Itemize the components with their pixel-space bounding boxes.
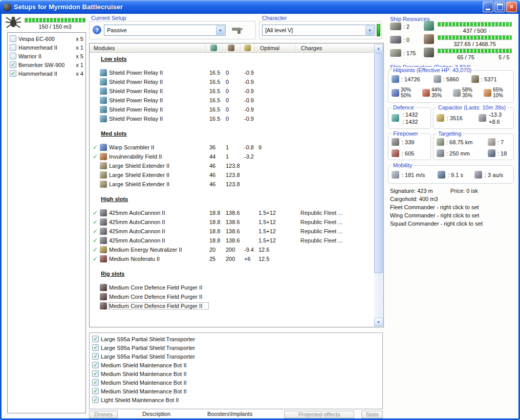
cpu-column-header[interactable] xyxy=(205,43,222,52)
effect-item[interactable]: ✓Medium Shield Maintenance Bot II xyxy=(91,369,381,378)
module-row[interactable]: Large Shield Extender II46123.8 xyxy=(90,161,375,170)
character-skill-indicator xyxy=(377,24,380,36)
effect-checkbox[interactable]: ✓ xyxy=(92,353,99,360)
thermal-resist-cell: 44%35% xyxy=(422,87,442,98)
maximize-button[interactable] xyxy=(494,2,505,12)
scrollbar-thumb[interactable] xyxy=(374,53,383,273)
cpu-bar xyxy=(438,22,512,27)
explosive-shield-resist: 65% xyxy=(493,87,503,93)
effect-checkbox[interactable]: ✓ xyxy=(92,344,99,351)
em-resist-cell: 30%50% xyxy=(392,87,411,98)
module-icon xyxy=(100,162,107,169)
character-label: Character xyxy=(262,15,287,21)
wing-commander-line[interactable]: Wing Commander - right click to set xyxy=(390,212,479,218)
module-name: Shield Power Relay II xyxy=(109,116,208,122)
close-button[interactable] xyxy=(506,2,517,12)
calibration-value: : 175 xyxy=(403,50,416,56)
module-row[interactable]: Large Shield Extender II46123.8 xyxy=(90,170,375,180)
tab-boosters-implants[interactable]: Boosters\Implants xyxy=(207,411,252,418)
drone-checkbox[interactable]: ✓ xyxy=(10,70,16,77)
effect-item[interactable]: ✓Large S95a Partial Shield Transporter xyxy=(91,352,381,361)
drone-list-item[interactable]: Hammerhead IIx 1 xyxy=(8,43,85,52)
modules-column-header[interactable]: Modules xyxy=(90,45,205,51)
module-row[interactable]: Shield Power Relay II16.50-0.9 xyxy=(90,96,375,105)
module-cpu-value: 46 xyxy=(208,172,225,178)
module-row[interactable]: ✓425mm AutoCannon II18.8138.61.5+12Repub… xyxy=(90,227,375,236)
squad-commander-line[interactable]: Squad Commander - right click to set xyxy=(390,220,483,227)
setup-select[interactable]: Passive xyxy=(104,25,226,36)
module-row[interactable]: Shield Power Relay II16.50-0.9 xyxy=(90,77,375,86)
volley-value: : 339 xyxy=(402,139,414,145)
module-row[interactable]: ✓425mm AutoCannon II18.8138.61.5+12Repub… xyxy=(90,217,375,227)
module-row[interactable]: ✓425mm AutoCannon II18.8138.61.5+12Repub… xyxy=(90,208,375,217)
fleet-commander-line[interactable]: Fleet Commander - right click to set xyxy=(390,204,479,210)
module-row[interactable]: Medium Core Defence Field Purger II xyxy=(90,301,375,311)
dps-icon xyxy=(392,149,399,157)
setup-tools-icon[interactable] xyxy=(231,25,244,35)
effect-item[interactable]: ✓Medium Shield Maintenance Bot II xyxy=(91,378,381,387)
optimal-column-header[interactable]: Optimal xyxy=(254,43,295,52)
drone-list-item[interactable]: ✓Berserker SW-900x 1 xyxy=(8,60,85,69)
module-row[interactable]: Shield Power Relay II16.50-0.9 xyxy=(90,68,375,77)
drone-list[interactable]: Vespa EC-600x 5Hammerhead IIx 1Warrior I… xyxy=(7,32,86,413)
help-button[interactable]: ? xyxy=(93,26,101,34)
kinetic-armor-resist: 35% xyxy=(462,93,472,98)
tab-projected-effects[interactable]: Projected effects xyxy=(284,411,354,418)
module-row[interactable]: Shield Power Relay II16.50-0.9 xyxy=(90,105,375,114)
module-row[interactable]: Large Shield Extender II46123.8 xyxy=(90,180,375,189)
effect-item[interactable]: ✓Large S95a Partial Shield Transporter xyxy=(91,343,381,352)
em-armor-resist: 50% xyxy=(401,93,411,98)
module-icon xyxy=(100,237,107,244)
module-row[interactable]: ✓Medium Energy Neutralizer II20200-9.412… xyxy=(90,245,375,254)
effect-checkbox[interactable]: ✓ xyxy=(92,388,99,394)
dropdown-arrow-icon[interactable] xyxy=(216,26,225,35)
effect-item[interactable]: ✓Medium Shield Maintenance Bot II xyxy=(91,361,381,369)
module-row[interactable]: ✓Warp Scrambler II361-0.89 xyxy=(90,143,375,152)
drone-checkbox[interactable] xyxy=(10,53,16,59)
module-row[interactable]: Medium Core Defence Field Purger II xyxy=(90,283,375,292)
kinetic-shield-resist: 58% xyxy=(462,87,472,93)
module-cpu-value: 20 xyxy=(208,247,225,253)
effect-checkbox[interactable]: ✓ xyxy=(92,379,99,386)
module-row[interactable]: ✓Medium Nosferatu II25200+612.5 xyxy=(90,254,375,263)
effect-checkbox[interactable]: ✓ xyxy=(92,396,99,403)
minimize-button[interactable] xyxy=(483,2,493,12)
effects-panel[interactable]: ✓Large S95a Partial Shield Transporter✓L… xyxy=(89,333,383,409)
scroll-down-button[interactable] xyxy=(374,318,383,326)
module-pg-value: 138.6 xyxy=(225,210,243,216)
drone-checkbox[interactable]: ✓ xyxy=(10,61,16,68)
effect-item[interactable]: ✓Medium Shield Maintenance Bot II xyxy=(91,387,381,395)
module-row[interactable]: Medium Core Defence Field Purger II xyxy=(90,292,375,301)
module-name: Shield Power Relay II xyxy=(109,79,208,85)
drone-checkbox[interactable] xyxy=(10,44,16,51)
module-pg-value: 123.8 xyxy=(225,172,243,178)
tab-description[interactable]: Description xyxy=(142,411,170,418)
effect-item[interactable]: ✓Light Shield Maintenance Bot II xyxy=(91,395,381,404)
tab-stats[interactable]: Stats xyxy=(361,411,383,418)
module-name: Medium Nosferatu II xyxy=(109,256,208,262)
effect-item[interactable]: ✓Large S95a Partial Shield Transporter xyxy=(91,335,381,343)
drone-checkbox[interactable] xyxy=(10,35,16,42)
capacitor-column-header[interactable] xyxy=(240,43,254,52)
drone-bay-panel: 150 / 150 m3 Vespa EC-600x 5Hammerhead I… xyxy=(4,15,88,417)
effect-checkbox[interactable]: ✓ xyxy=(92,336,99,342)
charges-column-header[interactable]: Charges xyxy=(295,43,383,52)
module-row[interactable]: Shield Power Relay II16.50-0.9 xyxy=(90,114,375,123)
modules-scrollbar[interactable] xyxy=(374,44,383,326)
drone-list-item[interactable]: Vespa EC-600x 5 xyxy=(8,34,85,43)
drone-list-item[interactable]: Warrior IIx 5 xyxy=(8,52,85,60)
effect-checkbox[interactable]: ✓ xyxy=(92,362,99,368)
module-row[interactable]: ✓425mm AutoCannon II18.8138.61.5+12Repub… xyxy=(90,236,375,245)
effect-checkbox[interactable]: ✓ xyxy=(92,370,99,377)
module-row[interactable]: Shield Power Relay II16.50-0.9 xyxy=(90,86,375,96)
module-row[interactable]: ✓Invulnerability Field II441-3.2 xyxy=(90,152,375,161)
dropdown-arrow-icon[interactable] xyxy=(365,26,374,35)
titlebar[interactable]: Setups for Myrmidon Battlecruiser xyxy=(0,0,520,14)
defence-icon xyxy=(392,114,399,122)
character-select[interactable]: [All level V] xyxy=(262,25,375,36)
module-charge-value: Republic Fleet ... xyxy=(298,237,375,244)
powergrid-column-header[interactable] xyxy=(222,43,240,52)
scroll-up-button[interactable] xyxy=(374,44,383,53)
drone-list-item[interactable]: ✓Hammerhead IIx 4 xyxy=(8,69,85,78)
tab-drones[interactable]: Drones xyxy=(89,411,118,418)
